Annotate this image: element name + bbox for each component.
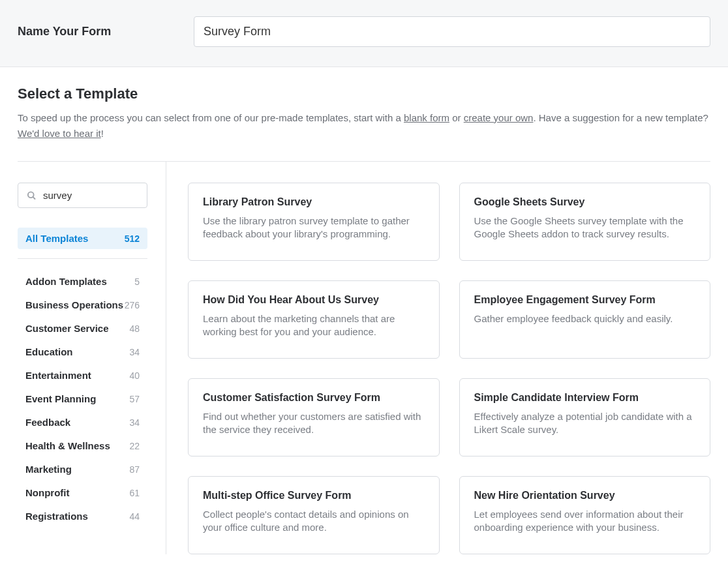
template-card[interactable]: Customer Satisfaction Survey Form Find o… <box>188 378 440 456</box>
template-desc: Let employees send over information abou… <box>474 508 696 535</box>
select-template-title: Select a Template <box>18 85 710 102</box>
category-label: Business Operations <box>25 299 123 310</box>
sidebar: All Templates 512 Addon Templates 5 Busi… <box>18 162 166 554</box>
header-bar: Name Your Form <box>0 0 728 67</box>
category-count: 276 <box>125 300 140 310</box>
template-desc: Collect people's contact details and opi… <box>203 508 425 535</box>
template-card[interactable]: Google Sheets Survey Use the Google Shee… <box>459 183 711 261</box>
template-title: Google Sheets Survey <box>474 196 696 208</box>
category-education[interactable]: Education 34 <box>18 341 147 363</box>
category-marketing[interactable]: Marketing 87 <box>18 458 147 480</box>
category-count: 57 <box>129 394 140 404</box>
category-label: Event Planning <box>25 393 96 404</box>
category-customer-service[interactable]: Customer Service 48 <box>18 318 147 339</box>
template-title: New Hire Orientation Survey <box>474 490 696 501</box>
category-addon-templates[interactable]: Addon Templates 5 <box>18 271 147 292</box>
category-health-wellness[interactable]: Health & Wellness 22 <box>18 435 147 456</box>
desc-text: ! <box>101 128 104 139</box>
category-all-templates[interactable]: All Templates 512 <box>18 228 147 249</box>
category-count: 512 <box>125 233 140 244</box>
template-title: Employee Engagement Survey Form <box>474 294 696 306</box>
template-desc: Gather employee feedback quickly and eas… <box>474 312 696 325</box>
template-card[interactable]: Employee Engagement Survey Form Gather e… <box>459 280 711 359</box>
blank-form-link[interactable]: blank form <box>404 112 449 123</box>
template-title: How Did You Hear About Us Survey <box>203 294 425 306</box>
category-count: 5 <box>134 277 140 287</box>
create-your-own-link[interactable]: create your own <box>464 112 534 123</box>
template-title: Library Patron Survey <box>203 196 425 208</box>
category-label: Health & Wellness <box>25 440 110 451</box>
category-entertainment[interactable]: Entertainment 40 <box>18 365 147 386</box>
desc-text: To speed up the process you can select f… <box>18 112 404 123</box>
template-desc: Use the Google Sheets survey template wi… <box>474 215 696 241</box>
template-desc: Use the library patron survey template t… <box>203 215 425 241</box>
name-form-label: Name Your Form <box>18 25 181 38</box>
template-grid: Library Patron Survey Use the library pa… <box>166 162 710 554</box>
category-label: Addon Templates <box>25 276 107 287</box>
category-divider <box>18 258 147 259</box>
category-count: 87 <box>129 464 140 475</box>
desc-text: . Have a suggestion for a new template? <box>533 112 708 123</box>
category-count: 34 <box>129 417 140 428</box>
category-count: 61 <box>129 488 140 498</box>
template-title: Multi-step Office Survey Form <box>203 490 425 501</box>
category-count: 22 <box>129 441 140 451</box>
category-label: Nonprofit <box>25 487 69 498</box>
template-card[interactable]: Library Patron Survey Use the library pa… <box>188 183 440 261</box>
category-label: All Templates <box>25 233 88 244</box>
category-count: 44 <box>129 511 140 522</box>
template-card[interactable]: How Did You Hear About Us Survey Learn a… <box>188 280 440 359</box>
category-registrations[interactable]: Registrations 44 <box>18 505 147 527</box>
category-label: Registrations <box>25 511 88 522</box>
template-desc: Effectively analyze a potential job cand… <box>474 410 696 437</box>
template-card[interactable]: Simple Candidate Interview Form Effectiv… <box>459 378 711 456</box>
select-template-desc: To speed up the process you can select f… <box>18 110 710 142</box>
category-label: Education <box>25 346 73 357</box>
category-label: Entertainment <box>25 370 91 381</box>
category-event-planning[interactable]: Event Planning 57 <box>18 388 147 410</box>
category-label: Feedback <box>25 417 70 428</box>
category-list: All Templates 512 <box>18 228 166 249</box>
category-label: Marketing <box>25 464 72 475</box>
desc-text: or <box>449 112 464 123</box>
category-label: Customer Service <box>25 323 109 334</box>
category-nonprofit[interactable]: Nonprofit 61 <box>18 482 147 503</box>
category-list-secondary: Addon Templates 5 Business Operations 27… <box>18 271 166 527</box>
search-wrap <box>18 183 166 208</box>
category-count: 48 <box>129 323 140 334</box>
template-title: Simple Candidate Interview Form <box>474 392 696 404</box>
template-desc: Learn about the marketing channels that … <box>203 312 425 339</box>
main-area: All Templates 512 Addon Templates 5 Busi… <box>18 161 710 554</box>
template-desc: Find out whether your customers are sati… <box>203 410 425 437</box>
template-card[interactable]: Multi-step Office Survey Form Collect pe… <box>188 476 440 554</box>
category-count: 34 <box>129 347 140 357</box>
search-input[interactable] <box>18 183 147 208</box>
template-card[interactable]: New Hire Orientation Survey Let employee… <box>459 476 711 554</box>
suggestion-link[interactable]: We'd love to hear it <box>18 128 101 139</box>
category-count: 40 <box>129 370 140 381</box>
template-title: Customer Satisfaction Survey Form <box>203 392 425 404</box>
form-name-input[interactable] <box>194 16 710 47</box>
category-feedback[interactable]: Feedback 34 <box>18 411 147 433</box>
category-business-operations[interactable]: Business Operations 276 <box>18 294 147 316</box>
content: Select a Template To speed up the proces… <box>0 67 728 554</box>
